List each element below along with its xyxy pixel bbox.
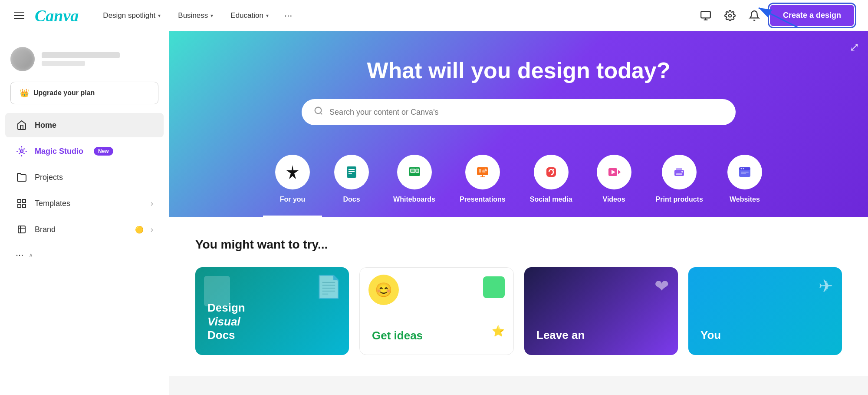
nav-more-icon[interactable]: ··· bbox=[279, 7, 297, 25]
upgrade-button[interactable]: 👑 Upgrade your plan bbox=[10, 82, 158, 104]
projects-icon bbox=[16, 171, 28, 183]
section-title: You might want to try... bbox=[195, 238, 842, 252]
create-design-button[interactable]: Create a design bbox=[770, 5, 854, 26]
svg-rect-41 bbox=[741, 173, 746, 174]
canva-logo: Canva bbox=[35, 6, 79, 25]
svg-point-4 bbox=[729, 14, 732, 17]
sidebar-item-templates[interactable]: Templates › bbox=[5, 191, 164, 216]
svg-rect-18 bbox=[411, 169, 415, 173]
hero-title: What will you design today? bbox=[204, 57, 833, 83]
content-section: You might want to try... 📄 DesignVisualD… bbox=[169, 217, 868, 376]
card-get-ideas[interactable]: 😊 ⭐ Get ideas bbox=[359, 267, 514, 355]
svg-point-39 bbox=[743, 168, 744, 169]
header-right: Create a design bbox=[697, 5, 854, 26]
chevron-right-icon: › bbox=[151, 225, 153, 234]
header: Canva Design spotlight ▾ Business ▾ Educ… bbox=[0, 0, 868, 31]
card-visual: ❤ bbox=[524, 267, 678, 355]
hero-section: ⤢ What will you design today? bbox=[169, 31, 868, 217]
svg-rect-19 bbox=[416, 169, 419, 173]
category-videos[interactable]: Videos bbox=[585, 146, 644, 217]
main-nav: Design spotlight ▾ Business ▾ Education … bbox=[96, 7, 697, 25]
svg-line-12 bbox=[320, 113, 322, 114]
category-label: Docs bbox=[343, 196, 360, 203]
category-docs[interactable]: Docs bbox=[322, 146, 381, 217]
sidebar-more[interactable]: ··· ∧ bbox=[5, 243, 164, 267]
home-icon bbox=[16, 119, 28, 131]
category-print-products[interactable]: Print products bbox=[644, 146, 715, 217]
brand-crown-icon: 🟡 bbox=[135, 226, 144, 234]
svg-rect-7 bbox=[23, 199, 26, 202]
svg-rect-1 bbox=[701, 11, 710, 18]
svg-point-28 bbox=[553, 169, 554, 170]
card-visual: 📄 bbox=[195, 267, 349, 355]
user-profile bbox=[0, 42, 169, 80]
search-input[interactable] bbox=[329, 108, 723, 117]
svg-rect-27 bbox=[546, 167, 556, 177]
card-leave-an[interactable]: ❤ Leave an bbox=[524, 267, 678, 355]
monitor-icon[interactable] bbox=[697, 7, 714, 24]
websites-icon bbox=[727, 155, 762, 189]
category-label: Whiteboards bbox=[393, 196, 435, 203]
social-media-icon bbox=[534, 155, 569, 189]
for-you-icon bbox=[275, 155, 310, 189]
more-dots-icon: ··· bbox=[16, 249, 23, 261]
magic-icon bbox=[16, 145, 28, 157]
category-label: Websites bbox=[730, 196, 760, 203]
search-bar bbox=[302, 99, 736, 125]
user-subtitle bbox=[42, 61, 85, 66]
search-icon bbox=[314, 106, 323, 118]
category-presentations[interactable]: Presentations bbox=[447, 146, 518, 217]
main-content: ⤢ What will you design today? bbox=[169, 31, 868, 395]
category-label: Print products bbox=[656, 196, 703, 203]
svg-rect-6 bbox=[18, 199, 21, 202]
crown-icon: 👑 bbox=[20, 88, 29, 98]
sidebar-item-brand[interactable]: Brand 🟡 › bbox=[5, 217, 164, 242]
category-for-you[interactable]: For you bbox=[263, 146, 322, 217]
whiteboards-icon bbox=[397, 155, 432, 189]
svg-rect-40 bbox=[741, 172, 749, 173]
chevron-down-icon: ▾ bbox=[158, 13, 161, 19]
sidebar-item-projects[interactable]: Projects bbox=[5, 165, 164, 189]
svg-rect-33 bbox=[676, 168, 682, 171]
svg-rect-10 bbox=[18, 226, 25, 233]
card-visual: 😊 ⭐ bbox=[360, 268, 513, 355]
svg-rect-9 bbox=[18, 204, 21, 207]
user-info bbox=[42, 52, 158, 66]
docs-icon bbox=[334, 155, 369, 189]
notification-icon[interactable] bbox=[746, 7, 763, 24]
presentations-icon bbox=[465, 155, 500, 189]
user-name bbox=[42, 52, 120, 58]
svg-rect-8 bbox=[23, 204, 26, 207]
sidebar: 👑 Upgrade your plan Home bbox=[0, 31, 169, 395]
category-whiteboards[interactable]: Whiteboards bbox=[381, 146, 447, 217]
svg-point-38 bbox=[740, 168, 742, 169]
category-label: Presentations bbox=[460, 196, 506, 203]
svg-rect-23 bbox=[479, 169, 481, 173]
card-you[interactable]: ✈ You bbox=[688, 267, 842, 355]
chevron-down-icon: ▾ bbox=[266, 13, 269, 19]
category-websites[interactable]: Websites bbox=[715, 146, 774, 217]
sidebar-item-home[interactable]: Home bbox=[5, 113, 164, 137]
category-social-media[interactable]: Social media bbox=[518, 146, 585, 217]
category-row: For you Docs bbox=[204, 146, 833, 217]
nav-design-spotlight[interactable]: Design spotlight ▾ bbox=[96, 8, 168, 23]
videos-icon bbox=[597, 155, 631, 189]
sidebar-item-magic-studio[interactable]: Magic Studio New bbox=[5, 139, 164, 163]
category-label: Social media bbox=[530, 196, 572, 203]
chevron-right-icon: › bbox=[151, 199, 153, 208]
nav-business[interactable]: Business ▾ bbox=[171, 8, 220, 23]
expand-icon[interactable]: ⤢ bbox=[849, 40, 859, 54]
svg-point-35 bbox=[681, 171, 683, 173]
card-visual: ✈ bbox=[688, 267, 842, 355]
settings-icon[interactable] bbox=[721, 7, 739, 24]
svg-rect-34 bbox=[676, 173, 682, 175]
brand-icon bbox=[16, 223, 28, 236]
card-design-docs[interactable]: 📄 DesignVisualDocs bbox=[195, 267, 349, 355]
menu-icon[interactable] bbox=[14, 12, 24, 20]
nav-education[interactable]: Education ▾ bbox=[224, 8, 276, 23]
cards-row: 📄 DesignVisualDocs 😊 ⭐ Get ide bbox=[195, 267, 842, 355]
page-layout: 👑 Upgrade your plan Home bbox=[0, 31, 868, 395]
print-products-icon bbox=[662, 155, 697, 189]
avatar bbox=[10, 47, 35, 71]
templates-icon bbox=[16, 197, 28, 209]
